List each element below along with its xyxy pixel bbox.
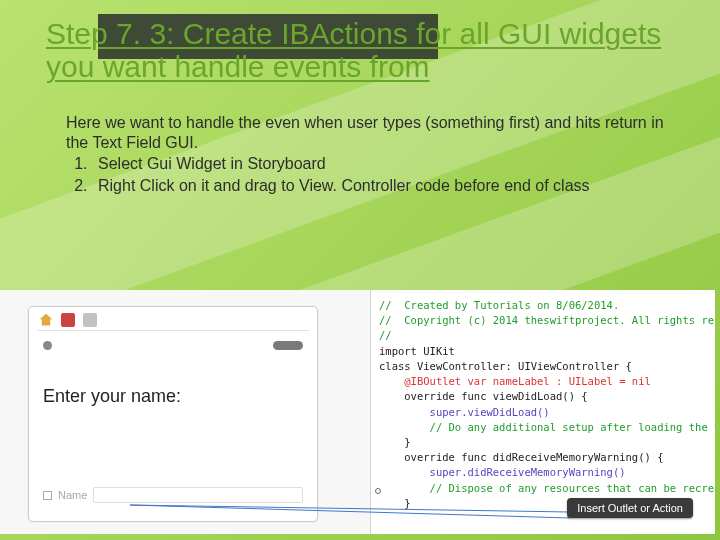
code-line: // Created by Tutorials on 8/06/2014. — [379, 298, 705, 313]
interface-builder-panel: Enter your name: Name — [28, 306, 318, 522]
list-item: Select Gui Widget in Storyboard — [92, 154, 676, 174]
slide-background: Step 7. 3: Create IBActions for all GUI … — [0, 0, 720, 540]
slide-title: Step 7. 3: Create IBActions for all GUI … — [38, 17, 690, 87]
view-icon[interactable] — [83, 313, 97, 327]
insert-outlet-tooltip: Insert Outlet or Action — [567, 498, 693, 518]
ib-canvas[interactable]: Enter your name: Name — [29, 331, 317, 519]
code-line: super.didReceiveMemoryWarning() — [379, 465, 705, 480]
prompt-label: Enter your name: — [43, 386, 303, 407]
home-icon[interactable] — [39, 313, 53, 327]
slide-content: Step 7. 3: Create IBActions for all GUI … — [38, 14, 690, 197]
xcode-screenshot: Enter your name: Name // Created by Tuto… — [0, 290, 715, 534]
code-line: } — [379, 435, 705, 450]
textfield-row[interactable]: Name — [43, 487, 303, 503]
code-line: // — [379, 328, 705, 343]
code-line: override func didReceiveMemoryWarning() … — [379, 450, 705, 465]
object-icon[interactable] — [61, 313, 75, 327]
status-dot-icon — [43, 341, 52, 350]
code-line: class ViewController: UIViewController { — [379, 359, 705, 374]
checkbox-icon[interactable] — [43, 491, 52, 500]
code-line: super.viewDidLoad() — [379, 405, 705, 420]
ib-tabbar — [29, 307, 317, 330]
code-line: // Dispose of any resources that can be … — [379, 481, 705, 496]
code-line: import UIKit — [379, 344, 705, 359]
code-line: override func viewDidLoad() { — [379, 389, 705, 404]
intro-text: Here we want to handle the even when use… — [66, 113, 676, 152]
insertion-point-icon — [375, 488, 381, 494]
slide-body: Here we want to handle the even when use… — [66, 113, 676, 195]
textfield-placeholder: Name — [58, 489, 87, 501]
code-line: // Do any additional setup after loading… — [379, 420, 705, 435]
battery-icon — [273, 341, 303, 350]
steps-list: Select Gui Widget in Storyboard Right Cl… — [66, 154, 676, 195]
textfield-input[interactable] — [93, 487, 303, 503]
code-line: // Copyright (c) 2014 theswiftproject. A… — [379, 313, 705, 328]
code-line: @IBOutlet var nameLabel : UILabel = nil — [379, 374, 705, 389]
list-item: Right Click on it and drag to View. Cont… — [92, 176, 676, 196]
